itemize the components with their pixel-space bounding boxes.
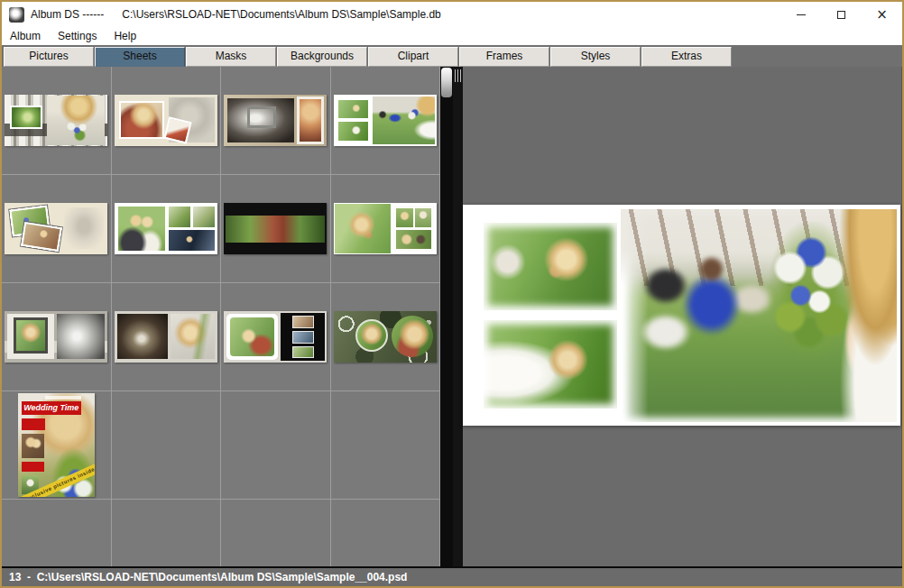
empty-cell — [112, 391, 222, 500]
main-area: Wedding Time Exclusive pictures inside — [2, 67, 902, 566]
grid-cell — [112, 175, 222, 283]
sheet-preview-area — [463, 67, 902, 566]
grid-cell: Wedding Time Exclusive pictures inside — [2, 391, 112, 500]
sheet-thumbnail-3[interactable] — [224, 95, 327, 146]
menu-album[interactable]: Album — [10, 30, 41, 42]
panel-splitter[interactable] — [453, 67, 463, 566]
title-bar[interactable]: Album DS ------ C:\Users\RSLOAD-NET\Docu… — [2, 2, 902, 27]
grid-cell — [2, 67, 112, 175]
menu-help[interactable]: Help — [114, 30, 136, 42]
grid-cell — [112, 67, 222, 175]
splitter-grip-icon — [455, 69, 462, 82]
sheet-thumbnail-10[interactable] — [115, 311, 217, 363]
cover-text-box — [22, 462, 44, 472]
grid-cell — [221, 67, 331, 175]
empty-cell — [331, 500, 441, 566]
preview-photo-bottom-left[interactable] — [484, 320, 617, 409]
minimize-icon — [797, 14, 806, 15]
sheet-thumbnail-13[interactable]: Wedding Time Exclusive pictures inside — [18, 393, 95, 497]
tab-sheets[interactable]: Sheets — [95, 47, 185, 67]
app-window: Album DS ------ C:\Users\RSLOAD-NET\Docu… — [0, 0, 904, 588]
cover-issue-text — [45, 396, 81, 400]
tab-extras[interactable]: Extras — [641, 47, 732, 67]
maximize-button[interactable] — [821, 2, 862, 27]
sheets-grid: Wedding Time Exclusive pictures inside — [2, 67, 440, 566]
cover-photo-couple — [22, 434, 44, 458]
maximize-icon — [837, 11, 845, 19]
empty-cell — [331, 391, 441, 500]
photo-bride — [825, 209, 897, 422]
sheet-thumbnail-7[interactable] — [224, 203, 327, 254]
scrollbar-thumb[interactable] — [441, 68, 452, 97]
minimize-button[interactable] — [780, 2, 821, 27]
tab-clipart[interactable]: Clipart — [368, 47, 458, 67]
status-text: 13 - C:\Users\RSLOAD-NET\Documents\Album… — [9, 571, 407, 583]
sheet-thumbnail-9[interactable] — [5, 311, 107, 363]
empty-cell — [112, 500, 222, 566]
grid-cell — [221, 283, 331, 391]
sheet-thumbnail-8[interactable] — [334, 203, 437, 254]
grid-cell — [2, 175, 112, 283]
thumbnails-scrollbar[interactable] — [440, 67, 453, 566]
sheet-thumbnail-12[interactable] — [334, 311, 437, 363]
tab-backgrounds[interactable]: Backgrounds — [277, 47, 367, 67]
empty-cell — [221, 500, 331, 566]
status-bar: 13 - C:\Users\RSLOAD-NET\Documents\Album… — [2, 566, 902, 586]
grid-cell — [331, 283, 441, 391]
sheet-thumbnail-5[interactable] — [5, 203, 107, 254]
sheet-thumbnail-6[interactable] — [115, 203, 217, 254]
app-icon — [9, 7, 24, 23]
window-title: Album DS ------ C:\Users\RSLOAD-NET\Docu… — [31, 8, 780, 21]
preview-photo-right[interactable] — [621, 209, 897, 422]
preview-photo-top-left[interactable] — [484, 223, 617, 310]
empty-cell — [2, 500, 112, 566]
tab-masks[interactable]: Masks — [186, 47, 276, 67]
sheet-thumbnail-2[interactable] — [115, 95, 217, 146]
close-button[interactable]: × — [862, 2, 902, 27]
cover-text-box — [22, 418, 45, 430]
window-controls: × — [780, 2, 902, 27]
menu-settings[interactable]: Settings — [58, 30, 97, 42]
sheet-thumbnail-11[interactable] — [224, 311, 327, 363]
tab-frames[interactable]: Frames — [459, 47, 549, 67]
grid-cell — [2, 283, 112, 391]
close-icon: × — [876, 8, 888, 22]
sheet-canvas[interactable] — [463, 205, 900, 426]
cover-masthead: Wedding Time — [22, 401, 81, 415]
grid-cell — [331, 175, 441, 283]
empty-cell — [221, 391, 331, 500]
grid-cell — [331, 67, 441, 175]
sheet-thumbnail-1[interactable] — [5, 95, 107, 146]
sheet-thumbnail-4[interactable] — [334, 95, 437, 146]
tab-bar: Pictures Sheets Masks Backgrounds Clipar… — [2, 45, 902, 67]
menu-bar: Album Settings Help — [2, 27, 902, 45]
tab-pictures[interactable]: Pictures — [4, 47, 94, 67]
tab-styles[interactable]: Styles — [550, 47, 641, 67]
grid-cell — [221, 175, 331, 283]
grid-cell — [112, 283, 222, 391]
